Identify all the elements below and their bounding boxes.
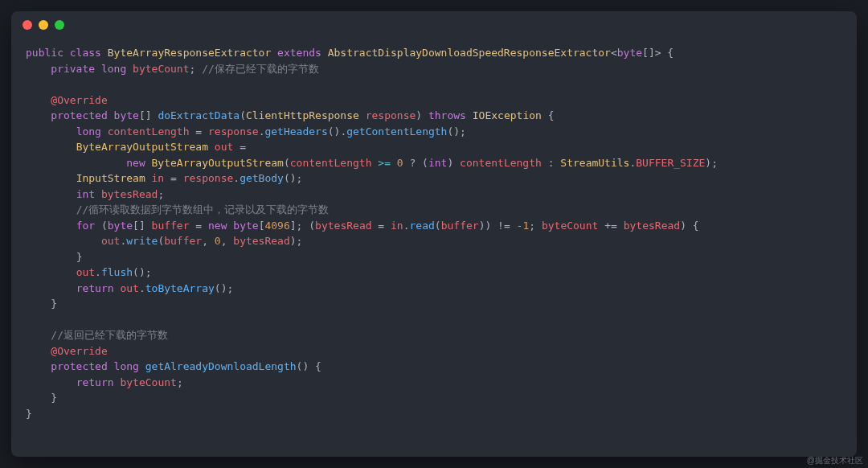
method-call: flush [101,266,133,278]
number: -1 [517,220,530,232]
keyword: byte [227,220,259,232]
method-call: getHeaders [264,125,327,138]
param: response [366,109,416,121]
annotation: @Override [51,94,107,106]
keyword: int [428,157,447,169]
type: IOException [473,109,542,121]
punct: { [661,47,674,59]
keyword: throws [428,109,466,121]
variable: contentLength [460,157,542,169]
variable: bytesRead [315,220,371,232]
variable: bytesRead [101,188,158,200]
arg: buffer [164,235,202,247]
punct: )) != [479,220,517,232]
punct: () [328,125,341,138]
method-name: getAlreadyDownloadLength [145,360,297,372]
keyword: new [126,157,145,169]
variable: contentLength [290,157,372,169]
annotation: @Override [51,345,107,357]
keyword: class [70,47,101,59]
comment: //循环读取数据到字节数组中，记录以及下载的字节数 [76,203,330,216]
punct: ? ( [403,157,428,169]
number: 0 [215,235,221,247]
type: StreamUtils [560,157,629,169]
punct: [] [139,109,152,121]
variable: byteCount [542,220,598,232]
keyword: extends [277,47,321,59]
punct: ( [95,220,108,232]
variable: response [183,172,234,184]
watermark: @掘金技术社区 [807,455,863,466]
punct: . [233,172,240,184]
punct: , [221,235,234,247]
keyword: private [51,63,95,75]
method-call: getBody [240,172,284,184]
keyword: byte [108,220,133,232]
type: InputStream [76,172,145,184]
op: >= [372,157,397,169]
punct: . [95,266,101,278]
punct: ); [290,235,303,247]
punct: [] [133,220,151,232]
arg: buffer [441,220,479,232]
op: = [164,172,182,184]
variable: in [152,172,165,184]
keyword: byte [114,109,139,121]
punct: () [297,360,309,372]
punct: < [611,47,617,59]
variable: out [76,266,95,278]
keyword: protected [51,109,107,121]
keyword: long [101,63,126,75]
variable: byteCount [133,63,189,75]
constant: BUFFER_SIZE [636,157,705,169]
variable: contentLength [108,125,190,138]
method-call: write [126,235,158,247]
punct: ) { [680,220,698,232]
method-call: read [410,220,435,232]
keyword: long [114,360,139,372]
close-icon[interactable] [23,20,32,30]
brace: } [76,251,83,263]
op: = [233,141,246,153]
brace: } [51,392,57,404]
keyword: long [76,125,101,138]
brace: } [51,298,57,310]
code-block: public class ByteArrayResponseExtractor … [11,39,857,436]
comment: //保存已经下载的字节数 [202,63,319,75]
variable: buffer [152,220,190,232]
keyword: byte [617,47,642,59]
code-window: public class ByteArrayResponseExtractor … [11,11,857,457]
number: 0 [397,157,403,169]
punct: ]; ( [290,220,315,232]
punct: (); [447,125,465,138]
method-call: toByteArray [145,282,215,294]
variable: in [391,220,403,232]
punct: [] [642,47,655,59]
keyword: new [208,220,227,232]
variable: out [215,141,233,153]
window-titlebar [11,11,857,39]
punct: ; [529,220,542,232]
zoom-icon[interactable] [55,20,64,30]
arg: bytesRead [233,235,289,247]
method-name: doExtractData [158,109,240,121]
variable: byteCount [120,376,176,388]
keyword: protected [51,360,107,372]
type: ByteArrayOutputStream [76,141,208,153]
punct: > [655,47,661,59]
method-call: getContentLength [346,125,447,138]
number: 4096 [264,220,289,232]
punct: ( [284,157,290,169]
punct: ) [447,157,460,169]
minimize-icon[interactable] [39,20,48,30]
punct: { [309,360,321,372]
punct: , [202,235,215,247]
punct: { [542,109,555,121]
keyword: int [76,188,95,200]
keyword: public [26,47,63,59]
class-name: ByteArrayResponseExtractor [108,47,272,59]
punct: ( [435,220,441,232]
op: = [190,125,208,138]
punct: ; [190,63,196,75]
variable: bytesRead [624,220,680,232]
